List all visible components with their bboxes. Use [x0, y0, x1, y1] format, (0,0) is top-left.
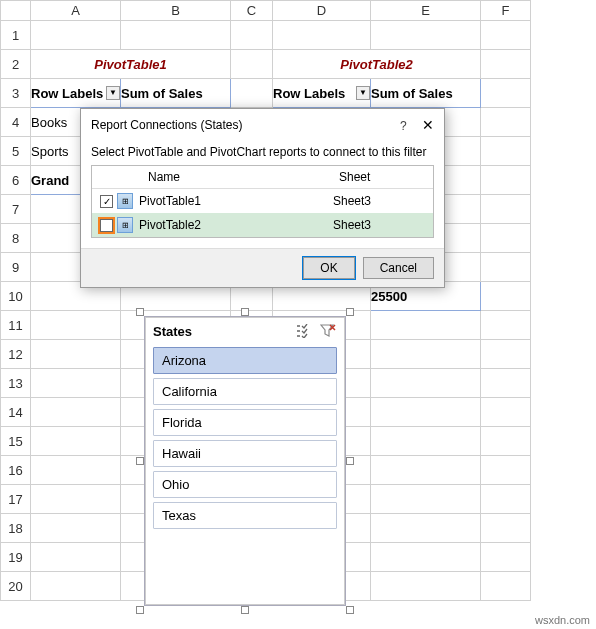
- cell[interactable]: [371, 340, 481, 369]
- cell[interactable]: [371, 572, 481, 601]
- cell[interactable]: [371, 369, 481, 398]
- cell[interactable]: [371, 427, 481, 456]
- row-header[interactable]: 14: [1, 398, 31, 427]
- cell[interactable]: Sum of Sales: [121, 79, 231, 108]
- cell[interactable]: [481, 166, 531, 195]
- column-header[interactable]: E: [371, 1, 481, 21]
- multi-select-icon[interactable]: [295, 323, 313, 339]
- cell[interactable]: [481, 137, 531, 166]
- slicer-selection-frame[interactable]: States ArizonaCaliforniaFloridaHawaiiOhi…: [140, 312, 350, 610]
- cell[interactable]: [31, 340, 121, 369]
- column-header[interactable]: F: [481, 1, 531, 21]
- cell[interactable]: [481, 108, 531, 137]
- row-header[interactable]: 2: [1, 50, 31, 79]
- column-header[interactable]: C: [231, 1, 273, 21]
- row-header[interactable]: 18: [1, 514, 31, 543]
- dialog-help-icon[interactable]: ?: [400, 119, 407, 133]
- cell[interactable]: [481, 311, 531, 340]
- row-header[interactable]: 16: [1, 456, 31, 485]
- row-header[interactable]: 13: [1, 369, 31, 398]
- cell[interactable]: [481, 253, 531, 282]
- cell[interactable]: [481, 282, 531, 311]
- cell[interactable]: [481, 21, 531, 50]
- cell[interactable]: [481, 485, 531, 514]
- row-header[interactable]: 1: [1, 21, 31, 50]
- cell[interactable]: [371, 543, 481, 572]
- cell[interactable]: [481, 224, 531, 253]
- filter-dropdown-icon[interactable]: ▼: [106, 86, 120, 100]
- row-header[interactable]: 8: [1, 224, 31, 253]
- filter-dropdown-icon[interactable]: ▼: [356, 86, 370, 100]
- cell[interactable]: [371, 514, 481, 543]
- row-header[interactable]: 12: [1, 340, 31, 369]
- column-header[interactable]: A: [31, 1, 121, 21]
- checkbox[interactable]: [100, 219, 113, 232]
- cell[interactable]: [31, 21, 121, 50]
- cell[interactable]: [371, 21, 481, 50]
- row-header[interactable]: 15: [1, 427, 31, 456]
- close-icon[interactable]: ✕: [422, 117, 434, 133]
- cell[interactable]: [31, 427, 121, 456]
- resize-handle[interactable]: [241, 308, 249, 316]
- cell[interactable]: Row Labels▼: [31, 79, 121, 108]
- clear-filter-icon[interactable]: [319, 323, 337, 339]
- column-header[interactable]: [1, 1, 31, 21]
- cell[interactable]: [231, 21, 273, 50]
- slicer-item[interactable]: Arizona: [153, 347, 337, 374]
- resize-handle[interactable]: [346, 606, 354, 614]
- cell[interactable]: [481, 543, 531, 572]
- cell[interactable]: Row Labels▼: [273, 79, 371, 108]
- slicer-item[interactable]: Texas: [153, 502, 337, 529]
- slicer-item[interactable]: Hawaii: [153, 440, 337, 467]
- resize-handle[interactable]: [136, 308, 144, 316]
- row-header[interactable]: 7: [1, 195, 31, 224]
- cell[interactable]: [371, 311, 481, 340]
- cell[interactable]: [481, 50, 531, 79]
- row-header[interactable]: 9: [1, 253, 31, 282]
- cell[interactable]: [31, 485, 121, 514]
- cell[interactable]: [371, 456, 481, 485]
- row-header[interactable]: 5: [1, 137, 31, 166]
- column-header[interactable]: B: [121, 1, 231, 21]
- column-header[interactable]: D: [273, 1, 371, 21]
- cell[interactable]: [231, 79, 273, 108]
- cell[interactable]: [31, 543, 121, 572]
- cell[interactable]: [371, 485, 481, 514]
- slicer-item[interactable]: California: [153, 378, 337, 405]
- resize-handle[interactable]: [346, 308, 354, 316]
- resize-handle[interactable]: [346, 457, 354, 465]
- cell[interactable]: [31, 572, 121, 601]
- cell[interactable]: Sum of Sales: [371, 79, 481, 108]
- resize-handle[interactable]: [136, 457, 144, 465]
- cell[interactable]: [481, 427, 531, 456]
- cell[interactable]: [481, 398, 531, 427]
- cell[interactable]: [481, 195, 531, 224]
- row-header[interactable]: 3: [1, 79, 31, 108]
- row-header[interactable]: 20: [1, 572, 31, 601]
- cell[interactable]: [31, 311, 121, 340]
- connection-row[interactable]: ✓⊞PivotTable1Sheet3: [92, 189, 433, 213]
- cell[interactable]: [371, 398, 481, 427]
- checkbox[interactable]: ✓: [100, 195, 113, 208]
- cell[interactable]: [273, 21, 371, 50]
- cell[interactable]: [31, 398, 121, 427]
- cell[interactable]: [481, 340, 531, 369]
- row-header[interactable]: 10: [1, 282, 31, 311]
- cell[interactable]: [231, 50, 273, 79]
- row-header[interactable]: 4: [1, 108, 31, 137]
- slicer-item[interactable]: Ohio: [153, 471, 337, 498]
- row-header[interactable]: 11: [1, 311, 31, 340]
- connection-row[interactable]: ⊞PivotTable2Sheet3: [92, 213, 433, 237]
- cell[interactable]: PivotTable2: [273, 50, 481, 79]
- cell[interactable]: [31, 456, 121, 485]
- cancel-button[interactable]: Cancel: [363, 257, 434, 279]
- resize-handle[interactable]: [241, 606, 249, 614]
- cell[interactable]: PivotTable1: [31, 50, 231, 79]
- cell[interactable]: [481, 514, 531, 543]
- cell[interactable]: [121, 21, 231, 50]
- ok-button[interactable]: OK: [303, 257, 354, 279]
- row-header[interactable]: 6: [1, 166, 31, 195]
- cell[interactable]: [481, 572, 531, 601]
- resize-handle[interactable]: [136, 606, 144, 614]
- slicer-item[interactable]: Florida: [153, 409, 337, 436]
